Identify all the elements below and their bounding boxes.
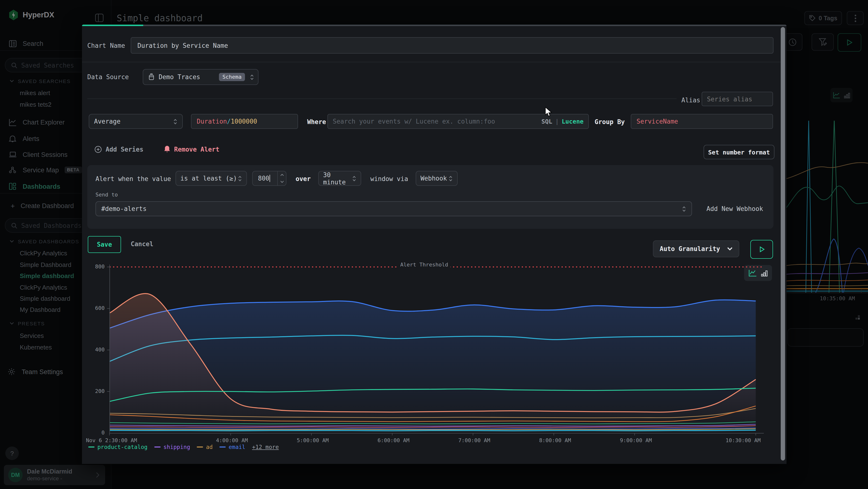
play-icon — [759, 246, 765, 253]
modal-scrollbar[interactable] — [781, 27, 785, 461]
main-chart[interactable] — [110, 264, 764, 436]
cancel-button[interactable]: Cancel — [131, 240, 153, 248]
legend-item[interactable]: shipping — [154, 443, 190, 450]
alert-threshold-input[interactable]: 800 — [252, 171, 286, 186]
over-label: over — [296, 175, 311, 182]
x-tick-label: 10:30:00 AM — [725, 437, 761, 443]
sql-toggle[interactable]: SQL — [541, 118, 552, 125]
send-to-value: #demo-alerts — [101, 205, 147, 212]
database-icon — [148, 74, 155, 81]
x-tick-label: Nov 6 2:30:00 AM — [86, 437, 137, 443]
y-tick-label: 600 — [95, 305, 105, 311]
y-tick-label: 0 — [101, 430, 105, 436]
text-caret — [270, 175, 270, 182]
expression-input[interactable]: Duration/1000000 — [191, 114, 298, 129]
send-to-select[interactable]: #demo-alerts — [95, 201, 692, 216]
add-webhook-link[interactable]: Add New Webhook — [707, 205, 763, 212]
x-tick-label: 4:00:00 AM — [216, 437, 248, 443]
mouse-cursor — [545, 107, 552, 117]
divider — [82, 62, 781, 62]
y-tick-label: 400 — [95, 347, 105, 353]
bell-alert-icon — [164, 146, 170, 153]
granularity-select[interactable]: Auto Granularity — [653, 240, 739, 257]
legend-label: email — [228, 443, 245, 450]
alert-threshold-label: Alert Threshold — [398, 262, 451, 268]
expression-value: 1000000 — [231, 118, 257, 125]
number-spinner[interactable] — [277, 171, 286, 185]
app: HyperDX Search Saved Searches SAVED SEAR… — [0, 0, 868, 489]
y-axis-labels: 8006004002000 — [82, 25, 105, 464]
legend-item[interactable]: product-catalog — [88, 443, 148, 450]
alert-condition-select[interactable]: is at least (≥) — [176, 171, 247, 186]
alert-window-select[interactable]: 30 minute — [318, 171, 361, 186]
legend-item[interactable]: ad — [197, 443, 213, 450]
group-by-label: Group By — [595, 118, 625, 125]
chart-legend: product-catalogshippingademail+12 more — [88, 443, 279, 450]
remove-alert-button[interactable]: Remove Alert — [164, 146, 219, 153]
alias-input[interactable] — [702, 92, 773, 106]
alias-label: Alias — [681, 96, 700, 104]
where-placeholder: Search your events w/ Lucene ex. column:… — [333, 118, 495, 125]
legend-item[interactable]: email — [219, 443, 245, 450]
y-tick-label: 800 — [95, 264, 105, 270]
legend-label: product-catalog — [97, 443, 148, 450]
x-tick-label: 9:00:00 AM — [620, 437, 652, 443]
alert-channel-select[interactable]: Webhook — [416, 171, 458, 186]
data-source-value: Demo Traces — [159, 74, 200, 81]
schema-badge: Schema — [219, 73, 245, 81]
y-tick-label: 200 — [95, 388, 105, 394]
select-chevrons-icon — [238, 175, 242, 182]
group-by-input[interactable]: ServiceName — [631, 114, 773, 129]
expression-operator: / — [227, 118, 231, 125]
set-number-format-button[interactable]: Set number format — [704, 145, 774, 159]
run-chart-button[interactable] — [750, 240, 773, 259]
progress-track — [82, 25, 786, 26]
select-chevrons-icon — [250, 74, 254, 80]
select-chevrons-icon — [352, 175, 356, 182]
x-tick-label: 7:00:00 AM — [458, 437, 490, 443]
x-tick-label: 5:00:00 AM — [297, 437, 329, 443]
legend-swatch — [88, 447, 94, 448]
x-tick-label: 6:00:00 AM — [378, 437, 409, 443]
select-chevrons-icon — [173, 118, 178, 125]
edit-chart-modal: Chart Name Data Source Demo Traces Schem… — [82, 25, 786, 464]
alert-prefix: Alert when the value — [95, 175, 171, 182]
select-chevrons-icon — [682, 205, 686, 212]
legend-swatch — [197, 447, 203, 448]
threshold-value: 800 — [253, 175, 269, 182]
legend-more-link[interactable]: +12 more — [252, 443, 279, 450]
chevron-down-icon — [727, 247, 733, 251]
lucene-toggle[interactable]: Lucene — [562, 118, 584, 125]
group-by-value: ServiceName — [637, 118, 678, 125]
expression-field: Duration — [197, 118, 227, 125]
legend-swatch — [154, 447, 161, 448]
legend-label: shipping — [163, 443, 190, 450]
toggle-divider: | — [555, 118, 559, 125]
divider — [87, 98, 677, 99]
window-via-label: window via — [370, 175, 408, 182]
legend-swatch — [219, 447, 226, 448]
chart-canvas[interactable] — [110, 264, 764, 436]
x-tick-label: 8:00:00 AM — [539, 437, 571, 443]
data-source-select[interactable]: Demo Traces Schema — [143, 69, 258, 85]
chart-name-input[interactable] — [131, 37, 774, 54]
where-label: Where — [307, 118, 326, 125]
alert-panel: Alert when the value is at least (≥) 800… — [87, 165, 774, 229]
legend-label: ad — [206, 443, 213, 450]
select-chevrons-icon — [448, 175, 453, 182]
